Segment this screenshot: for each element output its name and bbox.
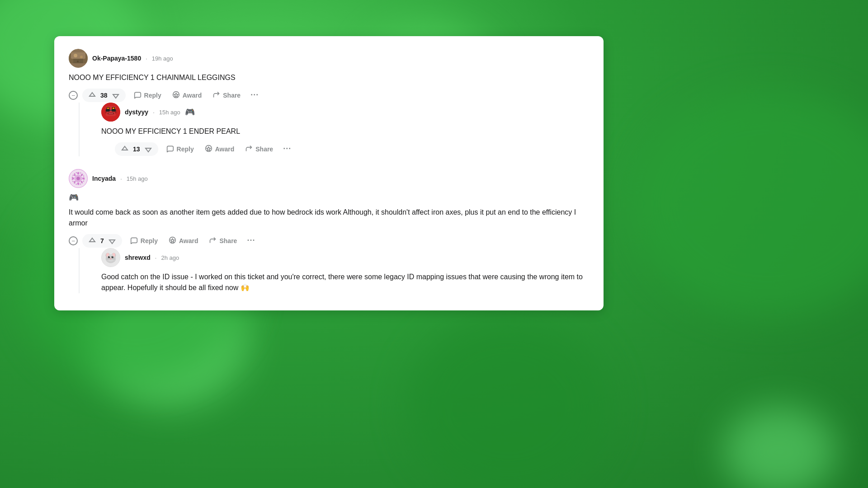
more-button-1[interactable]: ··· (247, 88, 262, 103)
svg-point-31 (81, 174, 83, 176)
award-button-1[interactable]: Award (168, 88, 207, 103)
svg-point-43 (111, 256, 113, 258)
svg-rect-15 (108, 113, 113, 114)
share-icon-1 (212, 91, 220, 100)
downvote-button-1[interactable] (110, 91, 121, 100)
svg-point-28 (72, 178, 74, 180)
comment-2: Incyada · 15h ago 🎮 It would come back a… (69, 169, 589, 293)
share-label-1-1: Share (255, 145, 273, 153)
more-button-2[interactable]: ··· (243, 233, 259, 248)
vote-group-2: 7 (82, 234, 122, 248)
avatar-shrewxd (101, 248, 120, 267)
vote-group-1: 38 (82, 89, 126, 102)
username-papaya[interactable]: Ok-Papaya-1580 (92, 55, 141, 62)
reply-icon-1 (134, 91, 142, 100)
svg-point-30 (74, 174, 75, 176)
comment-1-actions: − 38 (69, 88, 589, 103)
reply-button-1[interactable]: Reply (129, 88, 166, 103)
comment-1-1-body: NOOO MY EFFICIENCY 1 ENDER PEARL (101, 126, 589, 137)
share-button-1[interactable]: Share (208, 88, 245, 103)
nested-comment-1-1: dystyyy · 15h ago 🎮 NOOO MY EFFICIENCY 1… (93, 103, 589, 156)
timestamp-dusty: 15h ago (159, 109, 180, 116)
svg-point-46 (110, 258, 112, 259)
reply-button-2[interactable]: Reply (126, 234, 162, 248)
svg-point-41 (107, 254, 114, 261)
comment-1: Ok-Papaya-1580 · 19h ago NOOO MY EFFICIE… (69, 49, 589, 156)
svg-point-6 (77, 61, 79, 62)
svg-rect-18 (106, 109, 110, 112)
flair-incyada: 🎮 (69, 192, 79, 202)
separator-1 (69, 160, 589, 169)
comment-2-body: It would come back as soon as another it… (69, 207, 589, 229)
reply-icon-2 (130, 236, 138, 245)
comment-2-1-body: Good catch on the ID issue - I worked on… (101, 272, 589, 293)
collapse-button-2[interactable]: − (69, 236, 78, 245)
comment-2-header: Incyada · 15h ago (69, 169, 589, 188)
award-icon-1-1 (205, 145, 212, 154)
comment-2-1-header: shrewxd · 2h ago (101, 248, 589, 267)
username-incyada[interactable]: Incyada (92, 175, 116, 182)
svg-rect-20 (110, 110, 112, 111)
more-button-1-1[interactable]: ··· (279, 141, 295, 156)
downvote-button-2[interactable] (107, 236, 118, 245)
downvote-button-1-1[interactable] (143, 145, 154, 154)
svg-rect-2 (71, 52, 85, 59)
award-icon-2 (169, 236, 176, 245)
svg-point-32 (74, 181, 75, 183)
svg-point-27 (77, 183, 80, 185)
comments-card: Ok-Papaya-1580 · 19h ago NOOO MY EFFICIE… (54, 36, 604, 310)
svg-point-25 (76, 177, 80, 180)
flair-dusty: 🎮 (185, 107, 195, 117)
vote-count-2: 7 (99, 237, 105, 244)
share-button-2[interactable]: Share (204, 234, 241, 248)
share-icon-2 (209, 236, 217, 245)
username-dusty[interactable]: dystyyy (125, 108, 148, 116)
timestamp-shrewxd: 2h ago (161, 254, 179, 261)
comment-1-header: Ok-Papaya-1580 · 19h ago (69, 49, 589, 68)
avatar-papaya (69, 49, 88, 68)
upvote-button-1[interactable] (87, 91, 98, 100)
comment-1-1-actions: 13 Reply (101, 141, 589, 156)
upvote-button-2[interactable] (87, 236, 98, 245)
username-shrewxd[interactable]: shrewxd (125, 254, 151, 261)
share-label-1: Share (223, 92, 241, 99)
svg-point-26 (77, 172, 80, 174)
svg-point-4 (74, 54, 77, 57)
avatar-incyada (69, 169, 88, 188)
award-label-1: Award (183, 92, 202, 99)
comment-1-body: NOOO MY EFFICIENCY 1 CHAINMAIL LEGGINGS (69, 72, 589, 83)
award-label-2: Award (179, 237, 198, 244)
reply-label-1-1: Reply (177, 145, 194, 153)
award-button-2[interactable]: Award (164, 234, 203, 248)
award-button-1-1[interactable]: Award (200, 142, 239, 156)
svg-point-33 (81, 181, 83, 183)
svg-point-42 (108, 256, 110, 258)
timestamp-papaya: 19h ago (152, 55, 173, 62)
reply-button-1-1[interactable]: Reply (162, 142, 198, 156)
reply-label-1: Reply (144, 92, 161, 99)
award-label-1-1: Award (215, 145, 235, 153)
svg-point-29 (82, 178, 85, 180)
comment-1-1-header: dystyyy · 15h ago 🎮 (101, 103, 589, 122)
share-button-1-1[interactable]: Share (241, 142, 278, 156)
reply-label-2: Reply (141, 237, 158, 244)
award-icon-1 (172, 91, 180, 100)
share-label-2: Share (219, 237, 237, 244)
svg-point-5 (80, 56, 83, 58)
svg-point-44 (109, 257, 110, 258)
collapse-button-1[interactable]: − (69, 91, 78, 100)
vote-count-1-1: 13 (132, 145, 141, 153)
svg-point-45 (113, 257, 113, 258)
timestamp-incyada: 15h ago (127, 175, 148, 182)
reply-icon-1-1 (166, 145, 174, 154)
avatar-dusty (101, 103, 120, 122)
nested-comment-2-1: shrewxd · 2h ago Good catch on the ID is… (93, 248, 589, 293)
share-icon-1-1 (245, 145, 253, 154)
svg-rect-19 (112, 109, 116, 112)
upvote-button-1-1[interactable] (119, 145, 130, 154)
comment-2-actions: − 7 (69, 233, 589, 248)
vote-count-1: 38 (99, 92, 108, 99)
vote-group-1-1: 13 (115, 142, 158, 156)
